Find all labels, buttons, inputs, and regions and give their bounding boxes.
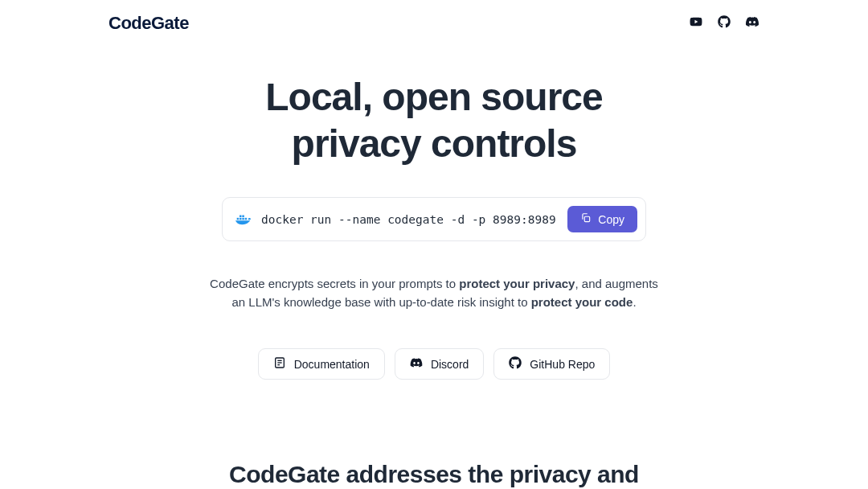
- svg-rect-4: [242, 215, 244, 217]
- svg-rect-2: [242, 218, 244, 220]
- discord-icon: [410, 356, 423, 372]
- github-icon: [509, 356, 522, 372]
- svg-rect-0: [237, 218, 240, 220]
- logo[interactable]: CodeGate: [108, 13, 189, 34]
- copy-icon: [580, 212, 592, 226]
- youtube-icon[interactable]: [689, 16, 703, 31]
- command-text: docker run --name codegate -d -p 8989:89…: [261, 213, 558, 226]
- github-label: GitHub Repo: [530, 358, 595, 371]
- book-icon: [273, 356, 286, 372]
- title-line2: privacy controls: [292, 122, 577, 165]
- docker-icon: [235, 213, 252, 226]
- section-title: CodeGate addresses the privacy and secur…: [185, 458, 683, 489]
- title-line1: Local, open source: [265, 76, 602, 118]
- link-buttons: Documentation Discord GitHub Repo: [258, 348, 611, 380]
- discord-button[interactable]: Discord: [395, 348, 484, 380]
- header-icons: [689, 15, 760, 31]
- header: CodeGate: [0, 0, 868, 47]
- section-line1: CodeGate addresses the privacy and secur…: [229, 461, 639, 489]
- hero-title: Local, open source privacy controls: [265, 74, 602, 166]
- copy-button[interactable]: Copy: [567, 206, 637, 232]
- documentation-button[interactable]: Documentation: [258, 348, 385, 380]
- documentation-label: Documentation: [294, 358, 370, 371]
- discord-label: Discord: [431, 358, 469, 371]
- command-box: docker run --name codegate -d -p 8989:89…: [222, 197, 646, 241]
- github-icon[interactable]: [718, 15, 731, 31]
- github-button[interactable]: GitHub Repo: [493, 348, 610, 380]
- svg-rect-1: [240, 218, 242, 220]
- svg-rect-5: [245, 218, 248, 220]
- svg-rect-3: [240, 215, 242, 217]
- discord-icon[interactable]: [745, 16, 760, 31]
- copy-label: Copy: [598, 213, 624, 226]
- svg-rect-6: [585, 216, 590, 221]
- description: CodeGate encrypts secrets in your prompt…: [209, 275, 659, 311]
- main: Local, open source privacy controls dock…: [0, 47, 868, 489]
